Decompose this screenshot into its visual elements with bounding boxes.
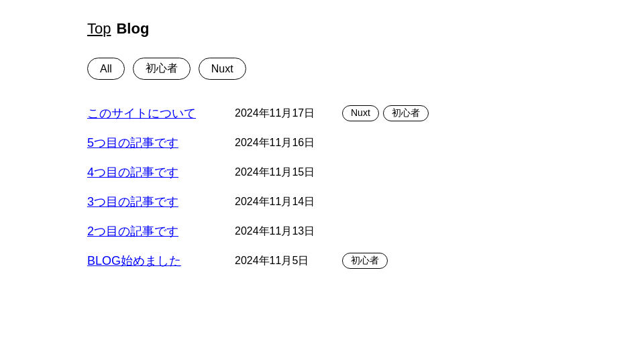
blog-date: 2024年11月15日 (235, 166, 329, 180)
blog-date: 2024年11月5日 (235, 254, 329, 268)
blog-list: このサイトについて2024年11月17日Nuxt初心者5つ目の記事です2024年… (87, 99, 557, 276)
blog-item: このサイトについて2024年11月17日Nuxt初心者 (87, 99, 557, 128)
blog-title-link[interactable]: 4つ目の記事です (87, 164, 221, 180)
blog-date: 2024年11月14日 (235, 195, 329, 209)
blog-tags: Nuxt初心者 (342, 105, 429, 121)
blog-tag: Nuxt (342, 105, 379, 121)
blog-title-link[interactable]: このサイトについて (87, 105, 221, 121)
blog-date: 2024年11月13日 (235, 225, 329, 239)
blog-tags: 初心者 (342, 253, 388, 269)
blog-title-link[interactable]: 3つ目の記事です (87, 194, 221, 210)
blog-item: 5つ目の記事です2024年11月16日 (87, 128, 557, 158)
filter-btn-all[interactable]: All (87, 58, 125, 80)
blog-title-link[interactable]: 5つ目の記事です (87, 135, 221, 151)
blog-tag: 初心者 (383, 105, 429, 121)
blog-tag: 初心者 (342, 253, 388, 269)
breadcrumb-top-link[interactable]: Top (87, 20, 111, 38)
blog-date: 2024年11月16日 (235, 136, 329, 150)
blog-item: 2つ目の記事です2024年11月13日 (87, 217, 557, 246)
breadcrumb-current: Blog (116, 20, 149, 38)
filter-btn-nuxt[interactable]: Nuxt (199, 58, 246, 80)
page-container: Top Blog All初心者Nuxt このサイトについて2024年11月17日… (0, 0, 644, 296)
blog-item: BLOG始めました2024年11月5日初心者 (87, 246, 557, 276)
breadcrumb: Top Blog (87, 20, 557, 38)
filter-buttons: All初心者Nuxt (87, 58, 557, 80)
blog-title-link[interactable]: 2つ目の記事です (87, 223, 221, 239)
blog-date: 2024年11月17日 (235, 107, 329, 121)
blog-title-link[interactable]: BLOG始めました (87, 253, 221, 269)
blog-item: 4つ目の記事です2024年11月15日 (87, 158, 557, 187)
filter-btn-beginner[interactable]: 初心者 (133, 58, 191, 80)
blog-item: 3つ目の記事です2024年11月14日 (87, 187, 557, 217)
